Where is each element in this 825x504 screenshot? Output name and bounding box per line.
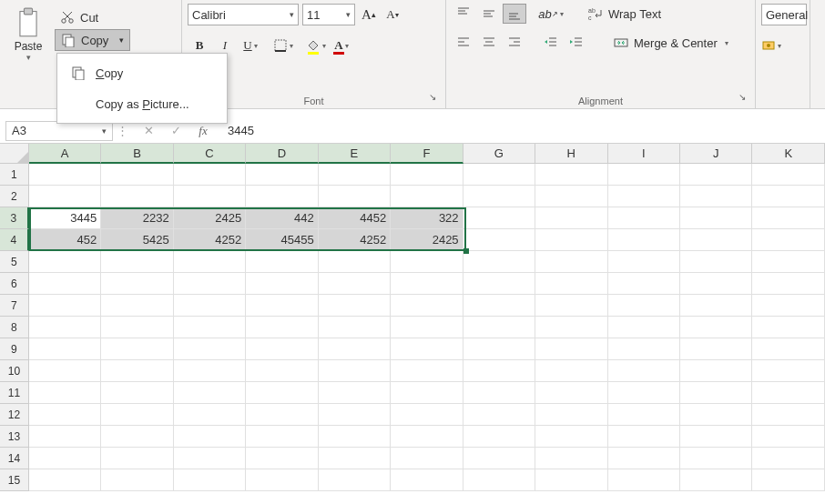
cell-G3[interactable] xyxy=(463,207,535,229)
cell-B7[interactable] xyxy=(101,295,173,317)
cell-B3[interactable]: 2232 xyxy=(101,207,173,229)
cell-E8[interactable] xyxy=(319,317,391,338)
cell-A3[interactable]: 3445 xyxy=(29,207,101,229)
col-header-i[interactable]: I xyxy=(608,144,680,164)
cell-H2[interactable] xyxy=(535,186,607,207)
cell-G8[interactable] xyxy=(463,317,535,338)
cell-F12[interactable] xyxy=(391,404,463,426)
cell-C3[interactable]: 2425 xyxy=(174,207,246,229)
cell-I3[interactable] xyxy=(608,207,680,229)
row-header-12[interactable]: 12 xyxy=(0,404,29,426)
cell-I12[interactable] xyxy=(608,404,680,426)
cell-J5[interactable] xyxy=(680,251,752,273)
cell-G10[interactable] xyxy=(463,360,535,382)
cell-H7[interactable] xyxy=(535,295,607,317)
cell-A4[interactable]: 452 xyxy=(29,229,101,251)
cell-H8[interactable] xyxy=(535,317,607,338)
row-header-13[interactable]: 13 xyxy=(0,426,29,448)
cell-D12[interactable] xyxy=(246,404,318,426)
cell-E3[interactable]: 4452 xyxy=(319,207,391,229)
cell-C5[interactable] xyxy=(174,251,246,273)
cell-B5[interactable] xyxy=(101,251,173,273)
cell-D5[interactable] xyxy=(246,251,318,273)
cell-E7[interactable] xyxy=(319,295,391,317)
cell-B13[interactable] xyxy=(101,426,173,448)
col-header-a[interactable]: A xyxy=(29,144,101,164)
cell-D14[interactable] xyxy=(246,448,318,469)
cell-J1[interactable] xyxy=(680,164,752,186)
wrap-text-button[interactable]: abc Wrap Text xyxy=(583,5,667,23)
cell-C11[interactable] xyxy=(174,382,246,404)
cell-D13[interactable] xyxy=(246,426,318,448)
fill-handle[interactable] xyxy=(463,248,469,254)
cell-F2[interactable] xyxy=(391,186,463,207)
cell-G14[interactable] xyxy=(463,448,535,469)
cell-C2[interactable] xyxy=(174,186,246,207)
cell-I8[interactable] xyxy=(608,317,680,338)
cell-D9[interactable] xyxy=(246,338,318,360)
fill-color-button[interactable]: ▾ xyxy=(304,35,328,56)
align-left-button[interactable] xyxy=(452,33,475,53)
font-dialog-launcher[interactable]: ↘ xyxy=(429,92,442,105)
cell-A2[interactable] xyxy=(29,186,101,207)
cell-I4[interactable] xyxy=(608,229,680,251)
align-center-button[interactable] xyxy=(477,33,501,53)
align-top-button[interactable] xyxy=(452,4,475,24)
increase-font-size-button[interactable]: A▴ xyxy=(359,5,379,25)
cell-G15[interactable] xyxy=(463,469,535,491)
cell-C14[interactable] xyxy=(174,448,246,469)
cell-H5[interactable] xyxy=(535,251,607,273)
cell-A8[interactable] xyxy=(29,317,101,338)
accounting-format-button[interactable]: ▾ xyxy=(761,38,781,53)
align-bottom-button[interactable] xyxy=(503,4,526,24)
cell-F1[interactable] xyxy=(391,164,463,186)
cell-G6[interactable] xyxy=(463,273,535,295)
cell-E6[interactable] xyxy=(319,273,391,295)
cell-E10[interactable] xyxy=(319,360,391,382)
align-middle-button[interactable] xyxy=(477,4,501,24)
cell-F7[interactable] xyxy=(391,295,463,317)
cell-H12[interactable] xyxy=(535,404,607,426)
cell-B6[interactable] xyxy=(101,273,173,295)
cut-button[interactable]: Cut xyxy=(55,7,130,27)
menu-copy[interactable]: Copy xyxy=(57,57,227,88)
cell-K12[interactable] xyxy=(752,404,824,426)
cell-E15[interactable] xyxy=(319,469,391,491)
cell-H1[interactable] xyxy=(535,164,607,186)
col-header-g[interactable]: G xyxy=(463,144,535,164)
cell-G2[interactable] xyxy=(463,186,535,207)
decrease-font-size-button[interactable]: A▾ xyxy=(382,5,402,25)
cell-I6[interactable] xyxy=(608,273,680,295)
cell-J8[interactable] xyxy=(680,317,752,338)
cell-D7[interactable] xyxy=(246,295,318,317)
cell-K13[interactable] xyxy=(752,426,824,448)
cell-E12[interactable] xyxy=(319,404,391,426)
cell-F3[interactable]: 322 xyxy=(391,207,463,229)
cell-B10[interactable] xyxy=(101,360,173,382)
number-format-combo[interactable]: General xyxy=(761,4,807,25)
cell-A13[interactable] xyxy=(29,426,101,448)
cell-B14[interactable] xyxy=(101,448,173,469)
cell-H13[interactable] xyxy=(535,426,607,448)
cell-C13[interactable] xyxy=(174,426,246,448)
cell-J6[interactable] xyxy=(680,273,752,295)
cell-H14[interactable] xyxy=(535,448,607,469)
cell-B15[interactable] xyxy=(101,469,173,491)
decrease-indent-button[interactable] xyxy=(539,33,563,53)
cell-B8[interactable] xyxy=(101,317,173,338)
cell-C7[interactable] xyxy=(174,295,246,317)
cell-A6[interactable] xyxy=(29,273,101,295)
cell-B2[interactable] xyxy=(101,186,173,207)
cell-H3[interactable] xyxy=(535,207,607,229)
cell-G9[interactable] xyxy=(463,338,535,360)
cell-F15[interactable] xyxy=(391,469,463,491)
cell-I2[interactable] xyxy=(608,186,680,207)
cell-H10[interactable] xyxy=(535,360,607,382)
col-header-j[interactable]: J xyxy=(680,144,752,164)
cell-C4[interactable]: 4252 xyxy=(174,229,246,251)
col-header-f[interactable]: F xyxy=(391,144,463,164)
cell-J11[interactable] xyxy=(680,382,752,404)
cell-I1[interactable] xyxy=(608,164,680,186)
cell-J7[interactable] xyxy=(680,295,752,317)
cell-F9[interactable] xyxy=(391,338,463,360)
